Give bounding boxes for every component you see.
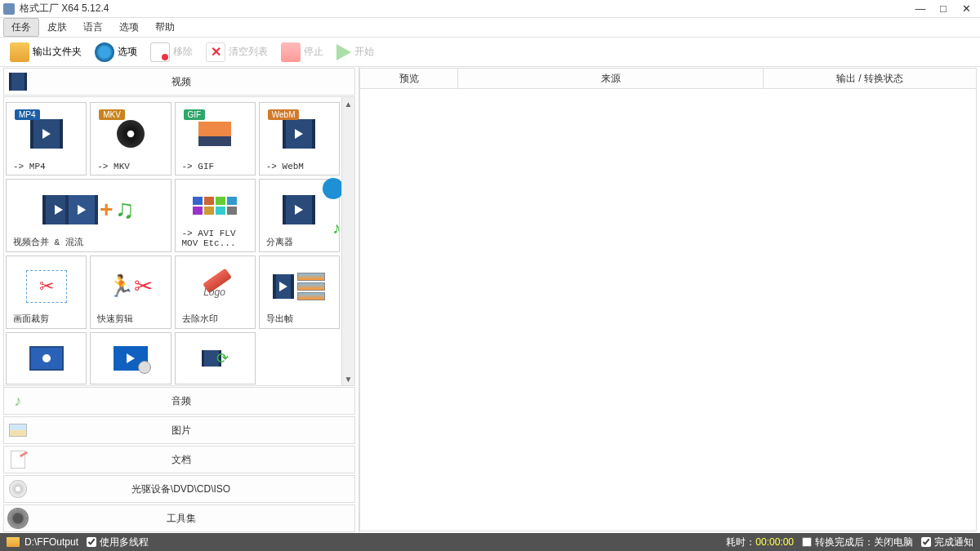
tile-merge[interactable]: +♫ 视频合并 & 混流 xyxy=(6,179,172,252)
maximize-button[interactable]: □ xyxy=(938,3,949,15)
mkv-label: -> MKV xyxy=(94,162,167,171)
webm-badge: WebM xyxy=(268,109,300,120)
right-panel: 预览 来源 输出 / 转换状态 xyxy=(359,67,980,533)
gear2-icon xyxy=(7,508,29,529)
clear-list-label: 清空列表 xyxy=(229,45,268,59)
minimize-button[interactable]: — xyxy=(915,3,926,15)
tile-screenrec[interactable] xyxy=(6,332,87,384)
screenrec-icon xyxy=(10,336,82,380)
col-output[interactable]: 输出 / 转换状态 xyxy=(764,69,976,88)
tile-mp4[interactable]: MP4 -> MP4 xyxy=(6,102,87,176)
tile-mkv[interactable]: MKV -> MKV xyxy=(90,102,171,176)
tile-webm[interactable]: WebM -> WebM xyxy=(259,102,340,176)
options-label: 选项 xyxy=(118,45,137,59)
category-picture[interactable]: 图片 xyxy=(3,416,355,444)
category-audio-label: 音频 xyxy=(32,394,354,408)
scrollbar[interactable]: ▲ ▼ xyxy=(341,97,354,385)
scroll-thumb-area[interactable] xyxy=(342,110,354,372)
menu-language[interactable]: 语言 xyxy=(75,18,111,37)
category-video-label: 视频 xyxy=(32,75,354,89)
category-rom[interactable]: 光驱设备\DVD\CD\ISO xyxy=(3,475,355,503)
stop-button[interactable]: 停止 xyxy=(276,41,328,64)
start-button[interactable]: 开始 xyxy=(332,42,379,62)
gif-badge: GIF xyxy=(184,109,206,120)
stop-label: 停止 xyxy=(304,45,323,59)
col-preview[interactable]: 预览 xyxy=(360,69,458,88)
category-audio[interactable]: ♪ 音频 xyxy=(3,387,355,415)
gear-icon xyxy=(95,42,114,62)
app-icon xyxy=(3,3,15,15)
download-icon: ⟳ xyxy=(179,336,252,380)
status-output-path[interactable]: D:\FFOutput xyxy=(7,536,78,548)
menu-help[interactable]: 帮助 xyxy=(147,18,183,37)
merge-label: 视频合并 & 混流 xyxy=(10,236,167,248)
remove-label: 移除 xyxy=(173,45,193,59)
after-convert-checkbox[interactable] xyxy=(802,537,812,547)
col-source[interactable]: 来源 xyxy=(458,69,764,88)
clear-list-button[interactable]: ✕ 清空列表 xyxy=(201,41,273,64)
category-picture-label: 图片 xyxy=(32,424,354,438)
tile-quickcut[interactable]: 🏃✂ 快速剪辑 xyxy=(90,256,171,329)
options-button[interactable]: 选项 xyxy=(90,41,142,64)
exportframe-label: 导出帧 xyxy=(263,313,336,325)
elapsed-time: 耗时：00:00:00 xyxy=(726,535,794,549)
output-folder-button[interactable]: 输出文件夹 xyxy=(5,41,87,64)
film-icon xyxy=(7,71,29,92)
output-path-label: D:\FFOutput xyxy=(24,536,78,548)
photo-icon xyxy=(7,420,29,441)
format-area: MP4 -> MP4 MKV -> MKV GIF -> GIF xyxy=(3,96,355,386)
tile-watermark[interactable]: Logo 去除水印 xyxy=(175,256,256,329)
tile-player[interactable] xyxy=(90,332,171,384)
menu-options[interactable]: 选项 xyxy=(111,18,147,37)
mp4-badge: MP4 xyxy=(15,109,40,120)
watermark-label: 去除水印 xyxy=(179,313,252,325)
tile-aviflv[interactable]: -> AVI FLV MOV Etc... xyxy=(175,179,256,252)
note-icon: ♪ xyxy=(7,390,29,411)
window-title: 格式工厂 X64 5.12.4 xyxy=(20,2,915,16)
scroll-down-icon[interactable]: ▼ xyxy=(342,372,354,385)
category-document-label: 文档 xyxy=(32,453,354,467)
multithread-checkbox[interactable] xyxy=(87,537,96,547)
category-toolset[interactable]: 工具集 xyxy=(3,504,355,532)
aviflv-label: -> AVI FLV MOV Etc... xyxy=(179,229,252,248)
category-document[interactable]: 文档 xyxy=(3,446,355,473)
crop-label: 画面裁剪 xyxy=(10,313,82,325)
category-toolset-label: 工具集 xyxy=(32,512,354,526)
tile-crop[interactable]: ✂ 画面裁剪 xyxy=(6,256,87,329)
close-button[interactable]: ✕ xyxy=(960,3,972,15)
mp4-label: -> MP4 xyxy=(10,162,82,171)
multithread-toggle[interactable]: 使用多线程 xyxy=(87,535,149,549)
remove-button[interactable]: 移除 xyxy=(145,41,198,64)
title-bar: 格式工厂 X64 5.12.4 — □ ✕ xyxy=(0,0,980,18)
finish-notify-toggle[interactable]: 完成通知 xyxy=(921,535,973,549)
after-convert-toggle[interactable]: 转换完成后：关闭电脑 xyxy=(802,535,913,549)
splitter-icon: ♪ xyxy=(263,183,336,236)
category-video[interactable]: 视频 xyxy=(3,68,355,96)
remove-icon xyxy=(150,42,170,62)
watermark-icon: Logo xyxy=(179,260,252,313)
elapsed-value: 00:00:00 xyxy=(755,536,794,548)
tile-splitter[interactable]: ♪ 分离器 xyxy=(259,179,340,252)
window-controls: — □ ✕ xyxy=(915,3,977,15)
multithread-label: 使用多线程 xyxy=(100,535,149,549)
document-icon xyxy=(7,449,29,470)
menu-task[interactable]: 任务 xyxy=(3,18,39,37)
merge-icon: +♫ xyxy=(10,183,167,236)
main-area: 视频 MP4 -> MP4 MKV -> MKV GIF xyxy=(0,67,980,533)
scroll-up-icon[interactable]: ▲ xyxy=(342,97,354,110)
finish-notify-checkbox[interactable] xyxy=(921,537,931,547)
play-icon xyxy=(336,44,351,60)
task-list-header: 预览 来源 输出 / 转换状态 xyxy=(359,68,977,89)
category-rom-label: 光驱设备\DVD\CD\ISO xyxy=(32,482,354,496)
menu-skin[interactable]: 皮肤 xyxy=(39,18,75,37)
task-list-body[interactable] xyxy=(359,89,977,531)
tile-download[interactable]: ⟳ xyxy=(175,332,256,384)
format-grid: MP4 -> MP4 MKV -> MKV GIF -> GIF xyxy=(6,102,340,384)
elapsed-label: 耗时： xyxy=(726,536,755,548)
exportframe-icon xyxy=(263,260,336,313)
toolbar: 输出文件夹 选项 移除 ✕ 清空列表 停止 开始 xyxy=(0,38,980,67)
tile-gif[interactable]: GIF -> GIF xyxy=(175,102,256,176)
tile-exportframe[interactable]: 导出帧 xyxy=(259,256,340,329)
quickcut-label: 快速剪辑 xyxy=(94,313,167,325)
output-folder-label: 输出文件夹 xyxy=(33,45,82,59)
